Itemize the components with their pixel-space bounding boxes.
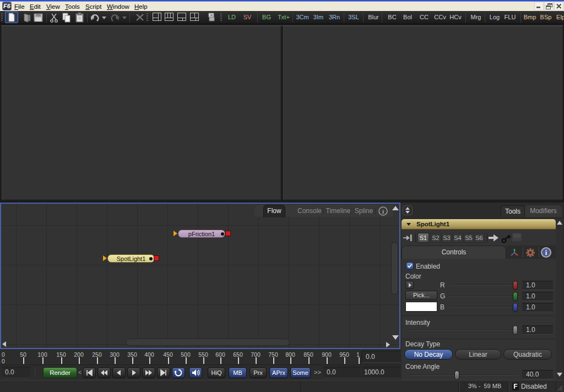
svg-text:i: i [382, 208, 384, 215]
